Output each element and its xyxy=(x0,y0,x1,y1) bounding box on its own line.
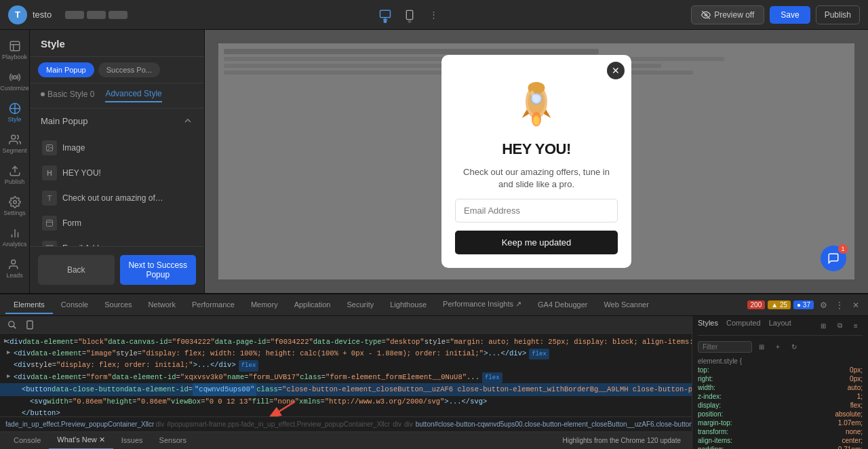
code-line-1: ▶ <div data-element="block" data-canvas-… xyxy=(0,336,692,348)
warning-badge: ▲ 25 xyxy=(768,300,791,309)
computed-tab[interactable]: Computed xyxy=(726,319,761,332)
devtools-tab-sources[interactable]: Sources xyxy=(96,296,140,314)
css-prop-padding: padding: 0.71em; xyxy=(698,445,863,449)
toggle-icon[interactable]: ≡ xyxy=(849,319,863,332)
svg-point-30 xyxy=(534,115,540,125)
sidebar-item-playbook[interactable]: Playbook xyxy=(2,35,28,65)
more-options-btn[interactable]: ⋮ xyxy=(425,5,443,24)
popup-close-button[interactable]: ✕ xyxy=(607,62,625,79)
devtools-code-panel: ▶ <div data-element="block" data-canvas-… xyxy=(0,316,692,449)
svg-rect-3 xyxy=(406,10,412,19)
preview-label: Preview off xyxy=(714,10,754,20)
sidebar-item-leads[interactable]: Leads xyxy=(2,254,28,284)
styles-tab[interactable]: Styles xyxy=(698,319,718,332)
device-icon[interactable] xyxy=(23,318,37,332)
topbar: T testo ⋮ Preview off Save Publish xyxy=(0,0,868,30)
devtools-tab-security[interactable]: Security xyxy=(338,296,382,314)
popup-submit-button[interactable]: Keep me updated xyxy=(455,231,618,254)
save-button[interactable]: Save xyxy=(770,6,810,24)
sidebar-item-analytics[interactable]: Analytics xyxy=(2,222,28,252)
devtools-tab-perf-insights[interactable]: Performance Insights ↗ xyxy=(435,296,530,314)
devtools-settings-icon[interactable]: ⚙ xyxy=(816,298,830,312)
element-label-check-out: Check out our amazing offers, tune... xyxy=(62,193,164,203)
devtools: Elements Console Sources Network Perform… xyxy=(0,293,868,449)
bottom-tab-bar: Console What's New ✕ Issues Sensors High… xyxy=(0,431,692,449)
element-image[interactable]: Image xyxy=(35,136,199,160)
code-line-5: <button data-close-button data-element-i… xyxy=(0,383,692,396)
element-icon-image xyxy=(42,140,57,155)
mobile-device-btn[interactable] xyxy=(400,5,419,24)
chat-bubble[interactable]: 1 xyxy=(821,246,846,271)
basic-style-tab[interactable]: Basic Style 0 xyxy=(41,89,94,102)
devtools-tab-performance[interactable]: Performance xyxy=(184,296,243,314)
devtools-tab-ga4[interactable]: GA4 Debugger xyxy=(530,296,595,314)
css-element-style: element.style { xyxy=(698,357,863,365)
svg-point-18 xyxy=(48,147,50,148)
bottom-tab-whats-new[interactable]: What's New ✕ xyxy=(49,431,113,449)
element-label-hey-you: HEY YOU! xyxy=(62,168,101,178)
element-email[interactable]: Email Address xyxy=(35,236,199,246)
bottom-tab-issues[interactable]: Issues xyxy=(113,432,151,450)
element-check-out[interactable]: T Check out our amazing offers, tune... xyxy=(35,186,199,210)
filter-icon[interactable]: ⊞ xyxy=(816,319,830,332)
canvas-area: ✕ xyxy=(205,30,868,293)
preview-button[interactable]: Preview off xyxy=(691,5,764,24)
site-name: testo xyxy=(33,9,52,20)
success-popup-tab[interactable]: Success Po... xyxy=(98,62,160,77)
site-dot-3 xyxy=(108,11,127,19)
bottom-tab-console[interactable]: Console xyxy=(5,432,49,450)
sidebar-item-segment[interactable]: Segment xyxy=(2,129,28,159)
error-badge: 200 xyxy=(747,300,766,309)
refresh-styles[interactable]: ↻ xyxy=(787,340,801,353)
devtools-more-icon[interactable]: ⋮ xyxy=(833,298,846,312)
bc-item-button[interactable]: button#close-button-cqwnvd5ups00.close-b… xyxy=(416,421,692,428)
publish-button[interactable]: Publish xyxy=(816,5,860,24)
topbar-left: T testo xyxy=(8,5,127,24)
popup-title: HEY YOU! xyxy=(502,140,571,158)
site-dots xyxy=(65,11,127,19)
devtools-tab-network[interactable]: Network xyxy=(140,296,184,314)
sidebar-item-customize[interactable]: Customize xyxy=(2,66,28,96)
panel-title: Style xyxy=(30,30,204,57)
devtools-tab-elements[interactable]: Elements xyxy=(5,296,53,314)
main-popup-tab[interactable]: Main Popup xyxy=(38,62,94,77)
css-filter-input[interactable] xyxy=(698,341,752,353)
back-button[interactable]: Back xyxy=(38,255,115,285)
css-prop-width: width: auto; xyxy=(698,383,863,392)
sidebar-item-settings[interactable]: Settings xyxy=(2,191,28,221)
element-label-image: Image xyxy=(62,143,85,153)
devtools-close-icon[interactable]: ✕ xyxy=(849,298,863,312)
layout-tab[interactable]: Layout xyxy=(769,319,791,332)
element-form[interactable]: Form xyxy=(35,211,199,235)
highlighted-attribute: "cqwnvd5ups00" xyxy=(193,383,256,396)
devtools-tab-application[interactable]: Application xyxy=(286,296,339,314)
desktop-device-btn[interactable] xyxy=(376,5,395,24)
popup-image xyxy=(502,71,570,132)
inspect-icon[interactable] xyxy=(5,318,19,332)
devtools-tab-memory[interactable]: Memory xyxy=(243,296,286,314)
code-line-4: ▶ <div data-element="form" data-element-… xyxy=(0,372,692,383)
advanced-style-tab[interactable]: Advanced Style xyxy=(105,89,161,102)
device-active-dot xyxy=(383,20,387,23)
device-icons: ⋮ xyxy=(376,5,443,24)
element-hey-you[interactable]: H HEY YOU! xyxy=(35,161,199,185)
new-style-rule[interactable]: + xyxy=(771,340,785,353)
popup-email-input[interactable] xyxy=(455,199,618,222)
css-prop-transform: transform: none; xyxy=(698,427,863,436)
bottom-tab-sensors[interactable]: Sensors xyxy=(151,432,195,450)
devtools-tab-console[interactable]: Console xyxy=(53,296,96,314)
devtools-tab-web-scanner[interactable]: Web Scanner xyxy=(595,296,656,314)
code-line-7: </button> xyxy=(0,408,692,416)
bc-item-1[interactable]: fade_in_up_effect.Preview_popupContainer… xyxy=(5,421,154,428)
code-line-2: ▶ <div data-element="image" style="displ… xyxy=(0,348,692,359)
devtools-icons: 200 ▲ 25 ● 37 ⚙ ⋮ ✕ xyxy=(747,298,868,312)
next-button[interactable]: Next to Success Popup xyxy=(120,255,197,285)
copy-icon[interactable]: ⧉ xyxy=(833,319,846,332)
devtools-right-panel: Styles Computed Layout ⊞ ⧉ ≡ ⊞ + ↻ eleme… xyxy=(692,316,868,449)
element-icon-text: T xyxy=(42,191,57,206)
filter-options[interactable]: ⊞ xyxy=(755,340,768,353)
section-header[interactable]: Main Popup xyxy=(30,109,204,133)
sidebar-item-publish[interactable]: Publish xyxy=(2,160,28,190)
sidebar-item-style[interactable]: Style xyxy=(2,98,28,128)
devtools-tab-lighthouse[interactable]: Lighthouse xyxy=(382,296,435,314)
